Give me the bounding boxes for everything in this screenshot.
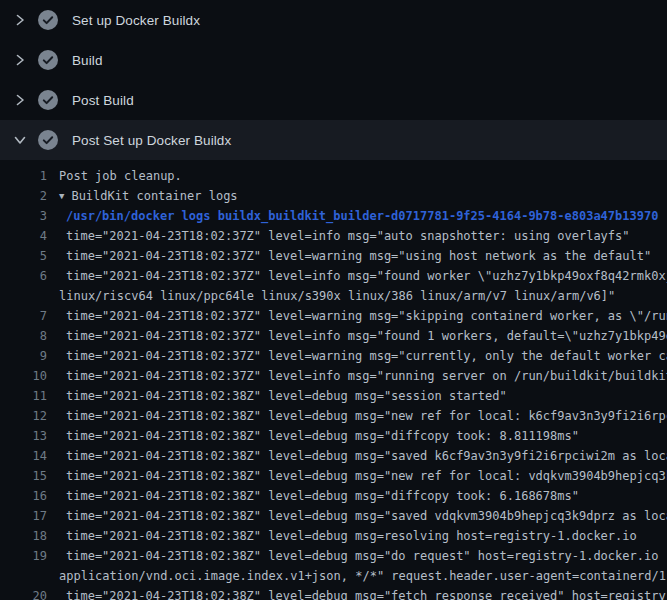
log-line-text: time="2021-04-23T18:02:37Z" level=warnin… [47, 346, 667, 366]
log-line-number[interactable]: 19 [0, 546, 47, 566]
log-line-number[interactable]: 20 [0, 586, 47, 600]
log-line-text: time="2021-04-23T18:02:38Z" level=debug … [47, 486, 667, 506]
step-title: Set up Docker Buildx [72, 13, 200, 28]
log-line: 8 ▼ time="2021-04-23T18:02:37Z" level=in… [0, 326, 667, 346]
check-circle-icon [38, 90, 58, 110]
log-line-text: time="2021-04-23T18:02:38Z" level=debug … [47, 386, 667, 406]
log-line-text: time="2021-04-23T18:02:38Z" level=debug … [47, 586, 667, 600]
log-line: 11 ▼ time="2021-04-23T18:02:38Z" level=d… [0, 386, 667, 406]
log-line: 20 ▼ time="2021-04-23T18:02:38Z" level=d… [0, 586, 667, 600]
log-line-text: /usr/bin/docker logs buildx_buildkit_bui… [47, 206, 667, 226]
log-line-number[interactable]: 5 [0, 246, 47, 266]
steps-list: Set up Docker Buildx Build P [0, 0, 667, 160]
log-line: 9 ▼ time="2021-04-23T18:02:37Z" level=wa… [0, 346, 667, 366]
log-line: 7 ▼ time="2021-04-23T18:02:37Z" level=wa… [0, 306, 667, 326]
log-line-text: time="2021-04-23T18:02:37Z" level=info m… [47, 226, 667, 246]
log-line: 3 ▼ /usr/bin/docker logs buildx_buildkit… [0, 206, 667, 226]
log-line: 2 ▼ BuildKit container logs [0, 186, 667, 206]
check-circle-icon [38, 10, 58, 30]
log-line-number[interactable]: 17 [0, 506, 47, 526]
log-line: 13 ▼ time="2021-04-23T18:02:38Z" level=d… [0, 426, 667, 446]
log-line: 1 ▼ Post job cleanup. [0, 166, 667, 186]
log-line-text: time="2021-04-23T18:02:37Z" level=warnin… [47, 306, 667, 326]
log-line-number[interactable]: 18 [0, 526, 47, 546]
log-line: 4 ▼ time="2021-04-23T18:02:37Z" level=in… [0, 226, 667, 246]
log-line: 10 ▼ time="2021-04-23T18:02:37Z" level=i… [0, 366, 667, 386]
log-line-number[interactable]: 7 [0, 306, 47, 326]
log-line-text: time="2021-04-23T18:02:38Z" level=debug … [47, 526, 667, 546]
log-line: 17 ▼ time="2021-04-23T18:02:38Z" level=d… [0, 506, 667, 526]
log-line-number[interactable]: 3 [0, 206, 47, 226]
log-line-text: time="2021-04-23T18:02:37Z" level=info m… [47, 266, 667, 286]
check-circle-icon [38, 50, 58, 70]
step-title: Post Build [72, 93, 134, 108]
log-line-number[interactable]: 13 [0, 426, 47, 446]
log-area: 1 ▼ Post job cleanup. 2 ▼ BuildKit conta… [0, 160, 667, 600]
log-line-text: time="2021-04-23T18:02:38Z" level=debug … [47, 406, 667, 426]
log-line-number[interactable]: 16 [0, 486, 47, 506]
log-line-text: BuildKit container logs [64, 186, 667, 206]
step-title: Post Set up Docker Buildx [72, 133, 231, 148]
log-line-number[interactable]: 10 [0, 366, 47, 386]
log-line: 19 ▼ time="2021-04-23T18:02:38Z" level=d… [0, 546, 667, 566]
log-line-text: time="2021-04-23T18:02:37Z" level=info m… [47, 366, 667, 386]
group-toggle-icon[interactable]: ▼ [47, 186, 64, 206]
log-line-number[interactable]: 9 [0, 346, 47, 366]
log-line-number[interactable]: 2 [0, 186, 47, 206]
chevron-icon[interactable] [12, 52, 28, 68]
log-line: 5 ▼ time="2021-04-23T18:02:37Z" level=wa… [0, 246, 667, 266]
chevron-icon[interactable] [12, 132, 28, 148]
log-line-text: time="2021-04-23T18:02:37Z" level=warnin… [47, 246, 667, 266]
step-row-3[interactable]: Post Build [0, 80, 667, 120]
log-line: 16 ▼ time="2021-04-23T18:02:38Z" level=d… [0, 486, 667, 506]
job-log-viewer: Set up Docker Buildx Build P [0, 0, 667, 600]
log-line: 18 ▼ time="2021-04-23T18:02:38Z" level=d… [0, 526, 667, 546]
check-circle-icon [38, 130, 58, 150]
chevron-icon[interactable] [12, 92, 28, 108]
step-row-1[interactable]: Set up Docker Buildx [0, 0, 667, 40]
log-line-number[interactable]: 11 [0, 386, 47, 406]
log-line: ▼ application/vnd.oci.image.index.v1+jso… [0, 566, 667, 586]
log-line-text: time="2021-04-23T18:02:38Z" level=debug … [47, 446, 667, 466]
log-line-text: Post job cleanup. [47, 166, 667, 186]
log-line: 14 ▼ time="2021-04-23T18:02:38Z" level=d… [0, 446, 667, 466]
log-line-number[interactable]: 14 [0, 446, 47, 466]
log-line-text: time="2021-04-23T18:02:38Z" level=debug … [47, 426, 667, 446]
log-line-number[interactable]: 8 [0, 326, 47, 346]
log-line: 6 ▼ time="2021-04-23T18:02:37Z" level=in… [0, 266, 667, 286]
log-line-number[interactable]: 12 [0, 406, 47, 426]
log-line-text: time="2021-04-23T18:02:38Z" level=debug … [47, 506, 667, 526]
log-line: ▼ linux/riscv64 linux/ppc64le linux/s390… [0, 286, 667, 306]
log-line-text: time="2021-04-23T18:02:38Z" level=debug … [47, 546, 667, 566]
log-line-text: time="2021-04-23T18:02:38Z" level=debug … [47, 466, 667, 486]
log-line: 12 ▼ time="2021-04-23T18:02:38Z" level=d… [0, 406, 667, 426]
log-line-text: application/vnd.oci.image.index.v1+json,… [47, 566, 667, 586]
log-line-number[interactable]: 6 [0, 266, 47, 286]
chevron-icon[interactable] [12, 12, 28, 28]
step-row-2[interactable]: Build [0, 40, 667, 80]
step-row-4[interactable]: Post Set up Docker Buildx [0, 120, 667, 160]
log-line-number[interactable]: 4 [0, 226, 47, 246]
log-line-text: time="2021-04-23T18:02:37Z" level=info m… [47, 326, 667, 346]
log-line-number[interactable]: 1 [0, 166, 47, 186]
step-title: Build [72, 53, 103, 68]
log-line-number[interactable]: 15 [0, 466, 47, 486]
log-line: 15 ▼ time="2021-04-23T18:02:38Z" level=d… [0, 466, 667, 486]
log-line-text: linux/riscv64 linux/ppc64le linux/s390x … [47, 286, 667, 306]
